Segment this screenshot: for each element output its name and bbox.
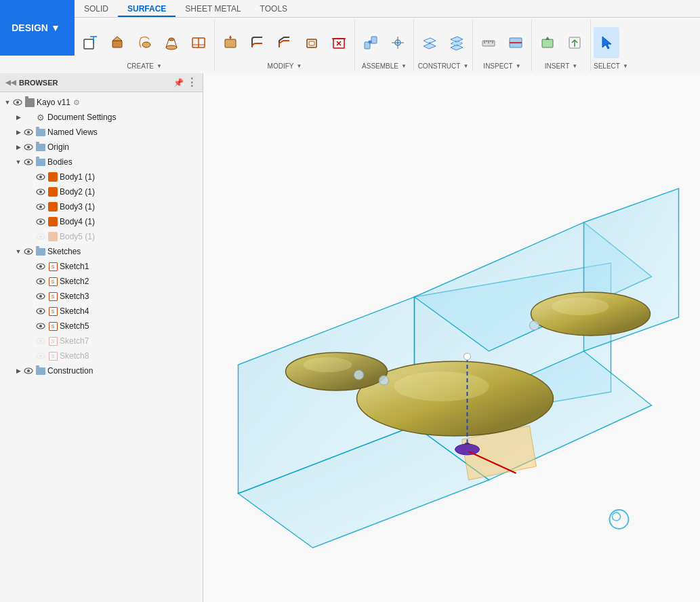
select-button[interactable] xyxy=(594,27,619,58)
body4-vis[interactable] xyxy=(35,216,46,227)
extrude-button[interactable] xyxy=(104,27,130,58)
tree-item-body5[interactable]: Body5 (1) xyxy=(0,229,203,244)
tab-solid[interactable]: SOLID xyxy=(75,0,118,17)
select-group-label[interactable]: SELECT ▼ xyxy=(594,62,628,71)
construction-vis[interactable] xyxy=(23,365,34,376)
insert-button2[interactable] xyxy=(562,27,588,58)
sketches-vis[interactable] xyxy=(23,246,34,257)
create-group-label[interactable]: CREATE ▼ xyxy=(77,62,211,71)
sketch5-vis[interactable] xyxy=(35,321,46,332)
sketch3-vis[interactable] xyxy=(35,291,46,302)
tree-item-sketches[interactable]: ▼ Sketches xyxy=(0,244,203,259)
named-views-expand[interactable]: ▶ xyxy=(14,127,23,137)
select-dropdown-icon: ▼ xyxy=(623,63,628,69)
construct-dropdown-icon: ▼ xyxy=(463,63,468,69)
assemble-group-label[interactable]: ASSEMBLE ▼ xyxy=(358,62,411,71)
press-pull-button[interactable] xyxy=(218,27,243,58)
tree-item-origin[interactable]: ▶ Origin xyxy=(0,140,203,155)
tree-item-bodies[interactable]: ▼ Bodies xyxy=(0,155,203,169)
sketch2-vis[interactable] xyxy=(35,276,46,287)
svg-point-5 xyxy=(142,42,150,47)
origin-expand[interactable]: ▶ xyxy=(14,142,23,152)
bodies-vis[interactable] xyxy=(23,157,34,167)
browser-title: ◀◀ BROWSER xyxy=(5,79,58,87)
sketch7-vis[interactable] xyxy=(35,336,46,346)
tree-item-sketch5[interactable]: S Sketch5 xyxy=(0,319,203,334)
root-settings-icon[interactable]: ⚙ xyxy=(73,98,80,107)
named-views-vis[interactable] xyxy=(23,127,34,138)
chamfer-button[interactable] xyxy=(272,27,297,58)
joint-origin-button[interactable] xyxy=(385,27,411,58)
root-vis[interactable] xyxy=(12,97,23,108)
midplane-button[interactable] xyxy=(444,27,470,58)
svg-rect-13 xyxy=(225,39,236,47)
design-dropdown-icon: ▼ xyxy=(51,22,60,33)
bodies-expand[interactable]: ▼ xyxy=(14,157,23,167)
tree-item-body3[interactable]: Body3 (1) xyxy=(0,199,203,214)
fillet-button[interactable] xyxy=(245,27,270,58)
inspect-group-label[interactable]: INSPECT ▼ xyxy=(476,62,529,71)
tab-surface[interactable]: SURFACE xyxy=(118,0,176,17)
sketches-expand[interactable]: ▼ xyxy=(14,247,23,256)
insert-button1[interactable] xyxy=(535,27,560,58)
tree-item-body2[interactable]: Body2 (1) xyxy=(0,184,203,199)
origin-vis[interactable] xyxy=(23,142,34,153)
new-component-button[interactable] xyxy=(77,27,103,58)
construct-group-label[interactable]: CONSTRUCT ▼ xyxy=(417,62,470,71)
body5-vis[interactable] xyxy=(35,231,46,242)
tree-item-construction[interactable]: ▶ Construction xyxy=(0,363,203,378)
section-analysis-button[interactable] xyxy=(503,27,529,58)
tree-item-named-views[interactable]: ▶ Named Views xyxy=(0,125,203,140)
joint-button[interactable] xyxy=(358,27,384,58)
shell-button[interactable] xyxy=(299,27,325,58)
sketch8-vis[interactable] xyxy=(35,350,46,361)
construction-expand[interactable]: ▶ xyxy=(14,366,23,376)
body2-vis[interactable] xyxy=(35,186,46,197)
sketch1-vis[interactable] xyxy=(35,261,46,272)
tab-sheet-metal[interactable]: SHEET METAL xyxy=(176,0,250,17)
tree-item-root[interactable]: ▼ Kayo v11 ⚙ xyxy=(0,95,203,110)
tree-item-sketch1[interactable]: S Sketch1 xyxy=(0,259,203,274)
tree-item-sketch8[interactable]: S Sketch8 xyxy=(0,348,203,363)
tree-item-sketch4[interactable]: S Sketch4 xyxy=(0,304,203,319)
browser-collapse-icon[interactable]: ◀◀ xyxy=(5,79,16,86)
tree-item-body1[interactable]: Body1 (1) xyxy=(0,169,203,184)
doc-settings-vis[interactable] xyxy=(23,112,34,123)
tree-item-sketch3[interactable]: S Sketch3 xyxy=(0,289,203,304)
insert-group-label[interactable]: INSERT ▼ xyxy=(535,62,588,71)
modify-group: MODIFY ▼ xyxy=(215,20,355,71)
browser-header: ◀◀ BROWSER 📌 ⋮ xyxy=(0,73,203,92)
browser-pin-button[interactable]: 📌 xyxy=(173,78,184,87)
design-button[interactable]: DESIGN ▼ xyxy=(0,0,75,56)
design-label: DESIGN xyxy=(12,22,48,33)
body2-icon xyxy=(47,186,58,197)
root-expand[interactable]: ▼ xyxy=(3,98,12,107)
loft-button[interactable] xyxy=(159,27,184,58)
viewport[interactable] xyxy=(203,73,700,602)
offset-plane-button[interactable] xyxy=(417,27,442,58)
svg-point-97 xyxy=(354,370,364,380)
tree-item-sketch2[interactable]: S Sketch2 xyxy=(0,274,203,289)
doc-settings-expand[interactable]: ▶ xyxy=(14,113,23,122)
modify-group-label[interactable]: MODIFY ▼ xyxy=(218,62,352,71)
body3-vis[interactable] xyxy=(35,201,46,212)
sketch4-label: Sketch4 xyxy=(60,306,89,316)
tree-item-doc-settings[interactable]: ▶ ⚙ Document Settings xyxy=(0,110,203,125)
construct-group: CONSTRUCT ▼ xyxy=(414,20,473,71)
delete-button[interactable] xyxy=(326,27,352,58)
tab-tools[interactable]: TOOLS xyxy=(251,0,297,17)
svg-point-86 xyxy=(394,372,489,401)
svg-point-90 xyxy=(552,298,609,315)
measure-button[interactable] xyxy=(476,27,501,58)
named-views-label: Named Views xyxy=(47,127,98,137)
rib-button[interactable] xyxy=(186,27,211,58)
svg-point-53 xyxy=(39,190,42,193)
sketch4-vis[interactable] xyxy=(35,306,46,317)
tree-item-sketch7[interactable]: S Sketch7 xyxy=(0,334,203,348)
revolve-button[interactable] xyxy=(131,27,157,58)
inspect-group: INSPECT ▼ xyxy=(473,20,532,71)
bodies-folder-icon xyxy=(35,157,46,167)
body1-vis[interactable] xyxy=(35,172,46,182)
browser-more-button[interactable]: ⋮ xyxy=(186,76,197,89)
tree-item-body4[interactable]: Body4 (1) xyxy=(0,214,203,229)
